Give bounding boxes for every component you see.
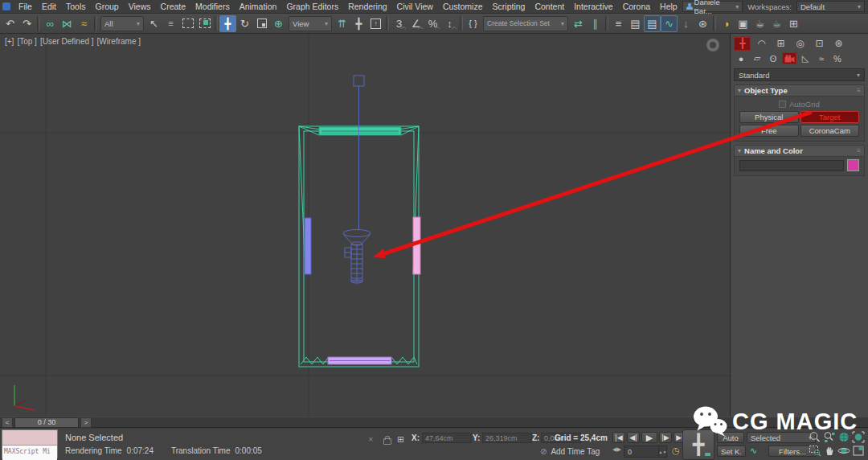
snaps-toggle-icon[interactable]: 3◠ — [391, 15, 407, 32]
maxscript-pink-pane[interactable] — [2, 430, 57, 446]
unlink-icon[interactable]: ⋈ — [59, 15, 76, 32]
selection-filter-dropdown[interactable]: All ▾ — [100, 16, 144, 31]
zoom-extents-icon[interactable] — [837, 431, 850, 443]
zoom-all-icon[interactable] — [823, 431, 836, 443]
curve-editor-icon[interactable]: ▤ — [644, 15, 661, 32]
ribbon-toggle-icon[interactable]: ↓ — [678, 15, 694, 32]
target-camera-button[interactable]: Target — [800, 111, 860, 123]
named-selection-sets-icon[interactable]: { } — [465, 15, 481, 32]
reference-coordinate-dropdown[interactable]: View ▾ — [289, 16, 332, 31]
play-button[interactable]: ▶ — [641, 432, 657, 443]
menu-content[interactable]: Content — [530, 0, 569, 13]
cameras-icon[interactable] — [782, 52, 796, 64]
menu-tools[interactable]: Tools — [61, 0, 91, 13]
hierarchy-tab-icon[interactable]: ⊞ — [772, 37, 789, 51]
absolute-relative-toggle-icon[interactable]: ⊞ — [397, 434, 404, 445]
menu-create[interactable]: Create — [156, 0, 191, 13]
schematic-view-icon[interactable]: ∿ — [661, 15, 678, 32]
menu-views[interactable]: Views — [124, 0, 156, 13]
autogrid-checkbox[interactable] — [779, 101, 786, 108]
menu-help[interactable]: Help — [655, 0, 682, 13]
maxscript-white-pane[interactable]: MAXScript Mi — [2, 446, 57, 460]
mirror-icon[interactable]: ⇄ — [570, 15, 587, 32]
viewport-top[interactable]: [+] [Top ] [User Defined ] [Wireframe ] — [0, 34, 731, 417]
select-link-icon[interactable]: ∞ — [42, 15, 59, 32]
window-crossing-icon[interactable] — [196, 15, 213, 32]
keyboard-override-icon[interactable]: ↑ — [367, 15, 384, 32]
layer-explorer-icon[interactable]: ▤ — [627, 15, 644, 32]
camera-class-dropdown[interactable]: Standard ▾ — [734, 68, 865, 81]
undo-icon[interactable]: ↶ — [2, 15, 18, 32]
pivot-center-icon[interactable]: ⇈ — [334, 15, 350, 32]
top-window[interactable] — [319, 127, 401, 135]
modify-tab-icon[interactable]: ◠ — [753, 37, 770, 51]
select-object-icon[interactable]: ↖ — [145, 15, 162, 32]
menu-civil-view[interactable]: Civil View — [392, 0, 438, 13]
x-coordinate-field[interactable]: 47,64cm — [422, 433, 472, 443]
previous-frame-button[interactable]: ◀| — [627, 432, 640, 443]
next-frame-arrow[interactable]: > — [80, 417, 92, 428]
create-tab-icon[interactable]: ╋ — [734, 37, 751, 51]
free-camera-button[interactable]: Free — [739, 125, 799, 137]
display-tab-icon[interactable]: ⊡ — [811, 37, 828, 51]
select-by-name-icon[interactable]: ≡ — [162, 15, 179, 32]
viewport-menu-button[interactable]: [+] — [5, 37, 14, 46]
helpers-icon[interactable]: ◺ — [798, 52, 813, 64]
pan-hand-icon[interactable] — [823, 445, 836, 457]
selected-key-dropdown[interactable]: Selected ▾ — [747, 432, 816, 443]
menu-corona[interactable]: Corona — [618, 0, 655, 13]
pendant-light-object[interactable] — [343, 76, 371, 283]
user-account-dropdown[interactable]: Daniele Bar... ▾ — [682, 1, 743, 12]
select-manipulate-icon[interactable]: ╋ — [350, 15, 367, 32]
y-coordinate-field[interactable]: 26,319cm — [482, 433, 532, 443]
time-configuration-icon[interactable]: ◷ — [672, 446, 680, 456]
space-warps-icon[interactable]: ≈ — [814, 52, 829, 64]
zoom-extents-all-icon[interactable] — [852, 431, 865, 443]
menu-modifiers[interactable]: Modifiers — [190, 0, 235, 13]
menu-customize[interactable]: Customize — [438, 0, 488, 13]
spinner-snap-icon[interactable]: ↕◠ — [441, 15, 458, 32]
current-frame-spinner[interactable]: 0 ▲▼ — [624, 446, 667, 458]
track-bar[interactable]: < 0 / 30 > — [0, 417, 868, 428]
menu-animation[interactable]: Animation — [235, 0, 282, 13]
angle-snap-icon[interactable]: ∠◠ — [407, 15, 424, 32]
viewport-pov-button[interactable]: [User Defined ] — [40, 37, 94, 46]
motion-tab-icon[interactable]: ◎ — [792, 37, 809, 51]
maximize-viewport-icon[interactable] — [852, 445, 865, 457]
key-step-icons[interactable]: ◀▶ — [612, 446, 621, 453]
physical-camera-button[interactable]: Physical — [739, 111, 799, 123]
set-key-button[interactable]: Set K. — [717, 446, 746, 457]
viewport-view-button[interactable]: [Top ] — [17, 37, 36, 46]
zoom-icon[interactable] — [809, 431, 821, 443]
bottom-wall-window[interactable] — [328, 357, 391, 364]
scale-icon[interactable] — [253, 15, 270, 32]
object-type-rollout-header[interactable]: ▾ Object Type ≡ — [734, 84, 865, 97]
rendered-frame-window-icon[interactable]: ▣ — [735, 15, 751, 32]
go-to-start-button[interactable]: |◀ — [612, 432, 625, 443]
new-key-tangents-icon[interactable]: ∿ — [750, 446, 757, 456]
menu-scripting[interactable]: Scripting — [488, 0, 530, 13]
redo-icon[interactable]: ↷ — [18, 15, 35, 32]
percent-snap-icon[interactable]: %◠ — [424, 15, 441, 32]
right-wall-window[interactable] — [413, 217, 420, 274]
menu-group[interactable]: Group — [91, 0, 124, 13]
scene-explorer-icon[interactable]: ≡ — [610, 15, 627, 32]
maxscript-mini-listener[interactable]: MAXScript Mi — [2, 429, 58, 458]
region-zoom-icon[interactable] — [809, 445, 821, 457]
systems-icon[interactable]: % — [830, 52, 845, 64]
shapes-icon[interactable]: ▱ — [750, 52, 764, 64]
workspace-dropdown[interactable]: Default ▾ — [796, 1, 865, 12]
move-icon[interactable]: ╋ — [219, 15, 236, 32]
render-production-icon[interactable]: ☕ — [768, 15, 785, 32]
lights-icon[interactable]: ʘ — [766, 52, 780, 64]
corona-camera-button[interactable]: CoronaCam — [800, 125, 860, 137]
selection-region-icon[interactable] — [179, 15, 196, 32]
add-time-tag[interactable]: ⊘ Add Time Tag — [540, 447, 600, 456]
orbit-icon[interactable] — [837, 445, 850, 457]
menu-interactive[interactable]: Interactive — [569, 0, 617, 13]
viewport-shading-button[interactable]: [Wireframe ] — [97, 37, 141, 46]
utilities-tab-icon[interactable]: ⊛ — [830, 37, 847, 51]
left-wall-window[interactable] — [305, 218, 311, 274]
app-icon[interactable] — [2, 2, 10, 10]
menu-graph-editors[interactable]: Graph Editors — [281, 0, 343, 13]
